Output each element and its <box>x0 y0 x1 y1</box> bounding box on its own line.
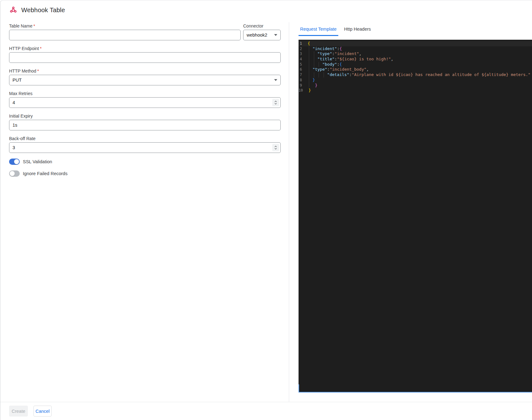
code-line: 6"type":"incident_body", <box>299 67 532 72</box>
table-name-input[interactable] <box>9 30 241 40</box>
template-tabs: Request Template Http Headers <box>299 25 377 36</box>
create-button[interactable]: Create <box>9 406 28 417</box>
cancel-button[interactable]: Cancel <box>33 406 52 417</box>
code-line: 10} <box>299 88 532 93</box>
tab-request-template[interactable]: Request Template <box>299 25 338 36</box>
ssl-validation-toggle[interactable] <box>9 159 20 165</box>
footer-divider <box>0 402 532 402</box>
connector-value: webhook2 <box>247 33 267 38</box>
http-endpoint-label: HTTP Endpoint* <box>9 46 42 51</box>
chevron-down-icon <box>274 34 277 36</box>
initial-expiry-input[interactable] <box>9 120 281 130</box>
code-line: 3"type":"incident", <box>299 51 532 57</box>
max-retries-label: Max Retries <box>9 91 33 96</box>
code-line: 2"incident":{ <box>299 46 532 52</box>
webhook-table-panel: Webhook Table Table Name* Connector webh… <box>0 0 532 420</box>
http-method-label: HTTP Method* <box>9 68 39 73</box>
ignore-failed-records-toggle[interactable] <box>9 170 20 177</box>
vertical-divider <box>289 22 289 402</box>
ignore-failed-records-label: Ignore Failed Records <box>23 171 68 176</box>
code-line: 4"title":"${icao} is too high!", <box>299 57 532 62</box>
http-method-value: PUT <box>13 78 22 83</box>
code-line: 5"body":{ <box>299 62 532 67</box>
required-asterisk: * <box>37 68 39 73</box>
connector-label: Connector <box>243 23 263 28</box>
chevron-down-icon <box>274 79 277 81</box>
ssl-validation-row: SSL Validation <box>9 159 52 165</box>
max-retries-input[interactable] <box>9 97 281 108</box>
code-line: 7"details":"Airplane with id ${icao} has… <box>299 72 532 78</box>
table-name-label: Table Name* <box>9 23 35 28</box>
webhook-icon <box>9 6 18 14</box>
http-endpoint-input[interactable] <box>9 52 281 63</box>
http-method-select[interactable]: PUT <box>9 75 281 85</box>
backoff-rate-label: Back-off Rate <box>9 136 36 141</box>
connector-select[interactable]: webhook2 <box>243 30 281 40</box>
page-title: Webhook Table <box>21 7 65 14</box>
required-asterisk: * <box>40 46 41 51</box>
toggle-knob <box>10 171 15 176</box>
number-stepper-icon[interactable] <box>272 99 279 106</box>
toggle-knob <box>14 159 19 164</box>
code-line: 8} <box>299 78 532 83</box>
number-stepper-icon[interactable] <box>272 144 279 151</box>
ignore-failed-records-row: Ignore Failed Records <box>9 170 68 177</box>
required-asterisk: * <box>33 23 35 28</box>
ssl-validation-label: SSL Validation <box>23 159 52 164</box>
code-line: 1{ <box>299 41 532 46</box>
code-line: 9 } <box>299 83 532 88</box>
code-lines: 1{2"incident":{3"type":"incident",4"titl… <box>299 41 532 93</box>
request-template-editor[interactable]: 1{2"incident":{3"type":"incident",4"titl… <box>299 40 532 392</box>
initial-expiry-label: Initial Expiry <box>9 114 33 119</box>
backoff-rate-input[interactable] <box>9 142 281 153</box>
header: Webhook Table <box>9 6 65 14</box>
tab-http-headers[interactable]: Http Headers <box>343 25 372 36</box>
